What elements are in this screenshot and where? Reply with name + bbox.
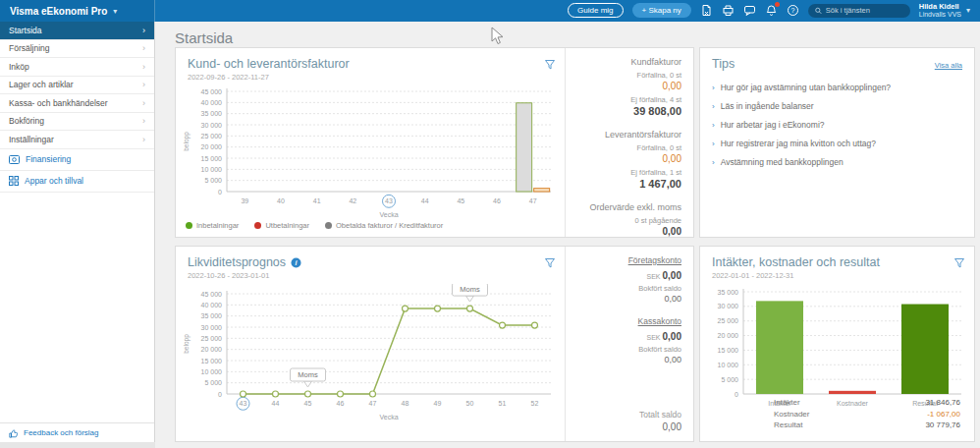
- invoices-chart-zone: Kund- och leverantörsfakturor 2022-09-26…: [176, 48, 565, 237]
- filter-icon[interactable]: [953, 255, 965, 273]
- svg-text:0: 0: [735, 391, 738, 398]
- chat-icon[interactable]: [743, 4, 756, 17]
- svg-text:10 000: 10 000: [201, 368, 223, 375]
- search-box[interactable]: [808, 4, 910, 18]
- card-date-range: 2022-01-01 - 2022-12-31: [700, 269, 974, 280]
- legend-item: Utbetalningar: [254, 221, 309, 230]
- app-title: Visma eEkonomi Pro: [10, 6, 107, 17]
- chevron-right-icon: ›: [142, 98, 145, 108]
- sidebar-item-startsida[interactable]: Startsida›: [0, 22, 154, 40]
- chevron-down-icon: ▾: [113, 7, 117, 16]
- balance-value: 0,00: [663, 331, 681, 342]
- sidebar-item-lager-och-artiklar[interactable]: Lager och artiklar›: [0, 77, 154, 95]
- svg-text:10 000: 10 000: [718, 362, 739, 368]
- chevron-right-icon: ›: [712, 84, 715, 92]
- result-chart: 05 00010 00015 00020 00025 00030 00035 0…: [706, 284, 969, 412]
- document-icon[interactable]: [700, 4, 713, 17]
- overdue-label: Förfallna, 0 st: [577, 143, 681, 152]
- svg-text:belopp: belopp: [183, 132, 191, 151]
- svg-text:39: 39: [241, 197, 248, 204]
- chevron-right-icon: ›: [712, 102, 715, 111]
- tip-link[interactable]: ›Hur gör jag avstämning utan bankkopplin…: [712, 83, 962, 92]
- sidebar-link-finansiering[interactable]: Finansiering: [0, 149, 154, 171]
- not-due-label: Ej förfallna, 1 st: [577, 168, 681, 177]
- sidebar-item-label: Startsida: [9, 26, 42, 35]
- sidebar-item-bokforing[interactable]: Bokföring›: [0, 113, 154, 132]
- summary-value: 30 779,76: [925, 420, 960, 431]
- tip-link[interactable]: ›Läs in ingående balanser: [712, 101, 962, 111]
- svg-text:5 000: 5 000: [204, 379, 222, 386]
- supplier-invoices-heading: Leverantörsfakturor: [577, 130, 681, 140]
- card-title-text: Likviditetsprognos: [188, 255, 286, 269]
- card-title-text: Intäkter, kostnader och resultat: [712, 255, 880, 269]
- svg-text:15 000: 15 000: [201, 155, 223, 162]
- view-all-link[interactable]: Visa alla: [935, 61, 962, 70]
- svg-text:45: 45: [457, 197, 464, 204]
- filter-icon[interactable]: [544, 255, 556, 273]
- sidebar-link-appar-och-tillval[interactable]: Appar och tillval: [0, 171, 154, 193]
- filter-icon[interactable]: [544, 57, 556, 75]
- svg-text:43: 43: [240, 400, 247, 407]
- money-icon: [9, 155, 20, 164]
- chevron-right-icon: ›: [142, 116, 145, 126]
- chevron-right-icon: ›: [712, 121, 715, 130]
- liquidity-chart: 05 00010 00015 00020 00025 00030 00035 0…: [180, 284, 565, 431]
- printer-icon[interactable]: [722, 4, 735, 17]
- sidebar-item-forsaljning[interactable]: Försäljning›: [0, 40, 154, 59]
- guide-me-button[interactable]: Guide mig: [568, 3, 623, 18]
- overdue-label: Förfallna, 0 st: [577, 71, 681, 80]
- feedback-label: Feedback och förslag: [24, 428, 99, 437]
- card-date-range: 2022-09-26 - 2022-11-27: [176, 71, 565, 82]
- svg-text:10 000: 10 000: [201, 166, 223, 173]
- card-title: Kund- och leverantörsfakturor: [176, 48, 565, 71]
- svg-text:47: 47: [369, 400, 377, 407]
- user-menu[interactable]: Hilda Kidell Lindvalls VVS ▾: [919, 3, 970, 20]
- summary-label: Kostnader: [774, 409, 809, 420]
- summary-label: Resultat: [774, 420, 802, 431]
- tip-link[interactable]: ›Hur registrerar jag mina kvitton och ut…: [712, 139, 962, 148]
- invoices-summary: Kundfakturor Förfallna, 0 st 0,00 Ej för…: [565, 48, 693, 237]
- notification-dot: [775, 2, 780, 7]
- chevron-right-icon: ›: [142, 62, 145, 72]
- total-balance-value: 0,00: [577, 421, 681, 432]
- chevron-right-icon: ›: [142, 43, 145, 53]
- feedback-link[interactable]: Feedback och förslag: [0, 422, 154, 442]
- svg-text:45 000: 45 000: [201, 88, 223, 95]
- tip-link[interactable]: ›Avstämning med bankkopplingen: [712, 157, 962, 167]
- apps-icon: [9, 176, 19, 186]
- chevron-right-icon: ›: [712, 140, 715, 148]
- app-switcher[interactable]: Visma eEkonomi Pro ▾: [0, 0, 155, 22]
- sidebar-item-label: Kassa- och bankhändelser: [9, 98, 108, 108]
- tip-text: Hur gör jag avstämning utan bankkoppling…: [721, 83, 891, 92]
- tip-link[interactable]: ›Hur arbetar jag i eEkonomi?: [712, 120, 962, 130]
- help-icon[interactable]: ?: [787, 4, 799, 17]
- info-icon[interactable]: i: [291, 257, 301, 268]
- account-link[interactable]: Företagskonto: [577, 255, 681, 265]
- svg-text:52: 52: [531, 400, 539, 407]
- sidebar-item-label: Bokföring: [9, 116, 44, 126]
- search-input[interactable]: [826, 6, 903, 15]
- svg-text:30 000: 30 000: [718, 303, 739, 309]
- create-new-button[interactable]: + Skapa ny: [632, 3, 691, 18]
- svg-text:45 000: 45 000: [201, 291, 223, 298]
- bell-icon[interactable]: [765, 4, 778, 17]
- sidebar-item-inkop[interactable]: Inköp›: [0, 58, 154, 77]
- summary-value: -1 067,00: [927, 409, 960, 420]
- company-name: Lindvalls VVS: [919, 11, 961, 19]
- sidebar-item-kassa-och-bankhandelser[interactable]: Kassa- och bankhändelser›: [0, 94, 154, 113]
- svg-text:40 000: 40 000: [201, 99, 223, 106]
- sidebar-item-label: Inköp: [9, 62, 29, 72]
- account-link[interactable]: Kassakonto: [577, 316, 681, 326]
- page-title: Startsida: [175, 29, 233, 46]
- tips-header: Tips Visa alla: [700, 48, 974, 71]
- svg-text:Moms: Moms: [460, 285, 480, 294]
- currency-label: SEK: [647, 273, 661, 280]
- sidebar-item-installningar[interactable]: Inställningar›: [0, 131, 154, 149]
- svg-text:20 000: 20 000: [201, 346, 223, 353]
- chart-legend: Inbetalningar Utbetalningar Obetalda fak…: [186, 221, 443, 230]
- svg-text:0: 0: [218, 391, 222, 398]
- result-summary-row: Intäkter31 846,76: [774, 397, 960, 409]
- chevron-right-icon: ›: [712, 158, 715, 167]
- svg-text:5 000: 5 000: [204, 177, 222, 184]
- svg-text:44: 44: [421, 197, 429, 204]
